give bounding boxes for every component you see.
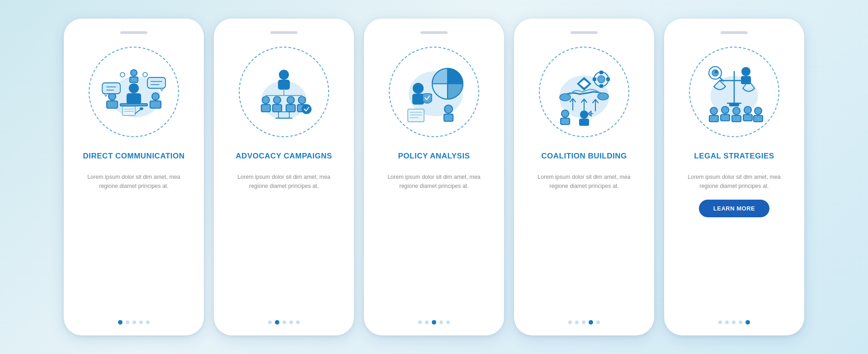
svg-rect-24	[278, 80, 289, 89]
svg-rect-59	[600, 71, 603, 74]
svg-rect-32	[286, 105, 295, 112]
svg-point-81	[715, 71, 717, 73]
svg-rect-90	[732, 115, 741, 122]
svg-point-5	[152, 93, 159, 100]
svg-point-53	[560, 94, 571, 101]
svg-point-68	[580, 111, 588, 118]
svg-rect-7	[102, 83, 120, 94]
dot-1[interactable]	[118, 320, 123, 325]
pagination-dots	[268, 320, 300, 325]
svg-point-58	[598, 76, 605, 83]
svg-point-93	[755, 107, 762, 115]
dot-5[interactable]	[446, 321, 450, 324]
svg-rect-30	[273, 105, 282, 112]
svg-point-85	[710, 107, 717, 115]
svg-rect-48	[444, 114, 453, 121]
svg-rect-86	[709, 115, 718, 122]
svg-rect-62	[607, 78, 609, 81]
dot-1[interactable]	[268, 321, 272, 324]
dot-1[interactable]	[418, 321, 422, 324]
svg-point-19	[131, 70, 137, 76]
svg-point-39	[302, 105, 311, 114]
card-title: ADVOCACY CAMPAIGNS	[236, 146, 332, 166]
learn-more-button[interactable]: LEARN MORE	[699, 200, 769, 217]
dot-2[interactable]	[575, 321, 579, 324]
card-title: DIRECT COMMUNICATION	[83, 146, 185, 166]
dot-5[interactable]	[596, 321, 600, 324]
advocacy-campaigns-icon	[248, 56, 320, 128]
dot-4[interactable]	[139, 321, 143, 324]
dot-3[interactable]	[732, 321, 736, 324]
coalition-building-icon	[548, 56, 620, 128]
phone-notch	[721, 31, 748, 34]
svg-rect-2	[120, 104, 147, 106]
phone-notch	[120, 31, 147, 34]
dot-5[interactable]	[745, 320, 750, 325]
svg-rect-49	[408, 109, 424, 122]
card-description: Lorem ipsum dolor sit dim amet, mea regi…	[75, 172, 193, 191]
svg-point-91	[744, 106, 751, 114]
policy-analysis-icon	[398, 56, 470, 128]
svg-rect-60	[600, 85, 603, 87]
svg-rect-67	[561, 118, 570, 124]
card-title: POLICY ANALYSIS	[398, 146, 470, 166]
dot-2[interactable]	[126, 321, 129, 324]
svg-point-45	[413, 83, 423, 93]
card-policy-analysis: POLICY ANALYSIS Lorem ipsum dolor sit di…	[364, 19, 504, 335]
dot-1[interactable]	[718, 321, 722, 324]
svg-marker-14	[160, 88, 163, 91]
svg-rect-40	[278, 112, 289, 118]
svg-rect-84	[741, 77, 750, 84]
dot-5[interactable]	[146, 321, 150, 324]
dot-4[interactable]	[439, 321, 443, 324]
dot-3[interactable]	[432, 320, 436, 325]
svg-point-87	[722, 106, 729, 114]
dot-4[interactable]	[289, 321, 293, 324]
svg-rect-94	[754, 115, 763, 122]
dot-2[interactable]	[425, 321, 429, 324]
legal-strategies-icon	[698, 56, 770, 128]
card-description: Lorem ipsum dolor sit dim amet, mea regi…	[225, 172, 343, 191]
svg-line-73	[714, 81, 720, 86]
svg-point-22	[143, 72, 147, 77]
svg-point-21	[120, 72, 125, 77]
pagination-dots	[418, 320, 450, 325]
dot-3[interactable]	[132, 321, 136, 324]
direct-communication-icon	[98, 56, 170, 128]
illustration-policy	[384, 42, 484, 142]
dot-2[interactable]	[275, 320, 279, 325]
card-direct-communication: DIRECT COMMUNICATION Lorem ipsum dolor s…	[64, 19, 204, 335]
svg-rect-88	[721, 115, 730, 121]
cards-container: DIRECT COMMUNICATION Lorem ipsum dolor s…	[50, 5, 818, 349]
dot-2[interactable]	[725, 321, 729, 324]
pagination-dots	[118, 320, 150, 325]
illustration-legal	[684, 42, 784, 142]
svg-line-74	[720, 81, 726, 86]
card-description: Lorem ipsum dolor sit dim amet, mea regi…	[525, 172, 643, 191]
svg-point-47	[444, 105, 453, 113]
dot-3[interactable]	[283, 321, 286, 324]
svg-rect-11	[147, 77, 165, 88]
dot-3[interactable]	[582, 321, 585, 324]
phone-notch	[420, 31, 448, 34]
card-description: Lorem ipsum dolor sit dim amet, mea regi…	[675, 172, 793, 191]
svg-point-66	[561, 110, 569, 117]
dot-4[interactable]	[589, 320, 593, 325]
card-legal-strategies: LEGAL STRATEGIES Lorem ipsum dolor sit d…	[664, 19, 804, 335]
svg-rect-92	[743, 115, 752, 121]
svg-point-83	[742, 67, 750, 76]
card-advocacy-campaigns: ADVOCACY CAMPAIGNS Lorem ipsum dolor sit…	[214, 19, 354, 335]
card-coalition-building: COALITION BUILDING Lorem ipsum dolor sit…	[514, 19, 654, 335]
svg-point-18	[140, 108, 143, 110]
phone-notch	[270, 31, 297, 34]
phone-notch	[571, 31, 598, 34]
dot-5[interactable]	[296, 321, 300, 324]
svg-rect-78	[730, 103, 739, 106]
dot-1[interactable]	[568, 321, 572, 324]
illustration-coalition	[534, 42, 634, 142]
dot-4[interactable]	[739, 321, 742, 324]
card-title: COALITION BUILDING	[541, 146, 627, 166]
illustration-advocacy	[234, 42, 334, 142]
svg-point-89	[733, 107, 740, 115]
svg-rect-4	[107, 101, 118, 108]
